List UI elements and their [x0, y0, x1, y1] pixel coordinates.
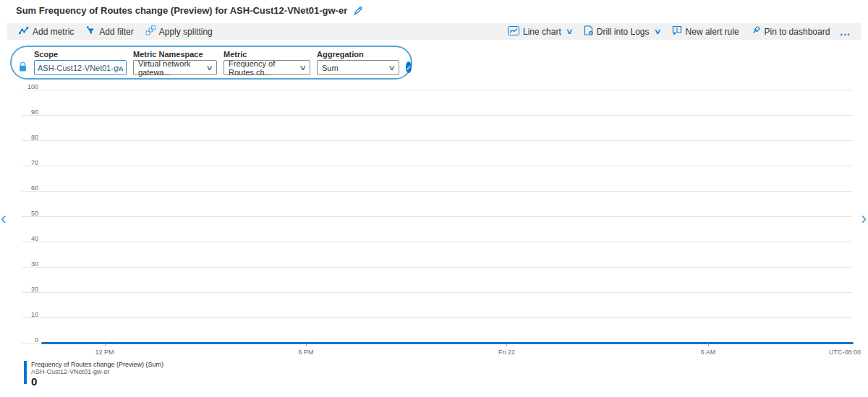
chevron-down-icon: ∨ — [653, 27, 661, 36]
metric-clause: Scope Metric Namespace Virtual network g… — [10, 46, 412, 80]
apply-splitting-button[interactable]: Apply splitting — [140, 23, 218, 40]
timezone-label: UTC-08:00 — [829, 349, 861, 356]
x-axis-label: 6 PM — [299, 349, 314, 356]
metrics-chart: 100908070605040302010012 PM6 PMFri 226 A… — [0, 83, 868, 362]
legend-item[interactable]: Frequency of Routes change (Preview) (Su… — [24, 361, 163, 388]
aggregation-field: Aggregation Sum ∨ — [317, 50, 399, 75]
metric-field: Metric Frequency of Routes ch... ∨ — [224, 50, 310, 75]
line-chart-label: Line chart — [523, 27, 561, 37]
y-axis-label: 60 — [9, 184, 38, 192]
y-gridline — [22, 90, 852, 90]
add-filter-label: Add filter — [99, 27, 133, 37]
y-gridline — [22, 166, 852, 166]
metrics-explorer-page: Sum Frequency of Routes change (Preview)… — [0, 0, 868, 397]
chevron-down-icon: ∨ — [388, 64, 396, 72]
metric-label: Metric — [224, 50, 310, 59]
add-metric-button[interactable]: Add metric — [13, 23, 80, 40]
drill-into-logs-label: Drill into Logs — [597, 27, 650, 37]
apply-splitting-label: Apply splitting — [159, 27, 213, 37]
y-gridline — [22, 242, 852, 242]
legend-texts: Frequency of Routes change (Preview) (Su… — [31, 361, 163, 388]
x-axis-label: Fri 22 — [498, 349, 515, 356]
drill-into-logs-icon — [584, 25, 593, 38]
y-gridline — [22, 292, 852, 293]
drill-into-logs-dropdown[interactable]: Drill into Logs ∨ — [578, 23, 666, 40]
pin-to-dashboard-label: Pin to dashboard — [765, 27, 830, 37]
x-axis-label: 12 PM — [95, 349, 114, 356]
chart-toolbar: Add metric Add filter — [7, 23, 861, 40]
y-axis-label: 10 — [9, 311, 38, 318]
metric-namespace-value: Virtual network gatewa... — [138, 59, 203, 77]
scope-label: Scope — [34, 50, 127, 59]
add-filter-button[interactable]: Add filter — [80, 23, 139, 40]
apply-splitting-icon — [145, 25, 156, 38]
y-axis-label: 20 — [9, 286, 38, 293]
new-alert-rule-icon — [672, 25, 682, 38]
scope-field: Scope — [34, 50, 127, 75]
y-axis-label: 40 — [9, 235, 38, 242]
y-axis-label: 90 — [9, 108, 38, 116]
new-alert-rule-label: New alert rule — [686, 27, 739, 37]
line-chart-icon — [508, 26, 519, 38]
chart-title-row: Sum Frequency of Routes change (Preview)… — [16, 5, 363, 16]
pin-to-dashboard-icon — [751, 25, 761, 38]
y-axis-label: 80 — [9, 134, 38, 141]
y-gridline — [22, 191, 852, 192]
toolbar-left-group: Add metric Add filter — [13, 23, 218, 40]
metric-namespace-label: Metric Namespace — [133, 50, 217, 59]
metric-dropdown[interactable]: Frequency of Routes ch... ∨ — [224, 60, 310, 75]
x-axis-tick — [506, 343, 507, 346]
add-metric-label: Add metric — [33, 27, 74, 37]
metric-namespace-dropdown[interactable]: Virtual network gatewa... ∨ — [133, 60, 217, 75]
chevron-down-icon: ∨ — [205, 64, 213, 72]
add-metric-icon — [19, 26, 29, 38]
add-filter-icon — [85, 25, 95, 38]
more-options-button[interactable]: ... — [835, 26, 855, 38]
clause-valid-check-icon[interactable]: ✓ — [406, 61, 412, 73]
scroll-left-chevron-icon[interactable]: ‹ — [1, 210, 7, 226]
x-axis-label: 6 AM — [701, 349, 716, 356]
y-gridline — [22, 317, 852, 318]
chevron-down-icon: ∨ — [299, 64, 307, 72]
toolbar-right-group: Line chart ∨ Drill into Logs ∨ — [502, 23, 855, 40]
chevron-down-icon: ∨ — [565, 27, 573, 36]
y-axis-label: 30 — [9, 260, 38, 268]
y-axis-label: 0 — [9, 336, 38, 343]
legend-current-value: 0 — [31, 376, 163, 388]
y-axis-label: 50 — [9, 210, 38, 217]
y-gridline — [22, 115, 852, 116]
x-axis-tick — [306, 343, 307, 346]
new-alert-rule-button[interactable]: New alert rule — [666, 23, 745, 40]
y-gridline — [22, 216, 852, 217]
legend-color-bar — [24, 361, 27, 384]
series-line — [41, 342, 854, 344]
x-axis-tick — [708, 343, 709, 346]
line-chart-dropdown[interactable]: Line chart ∨ — [502, 23, 578, 40]
y-axis-label: 100 — [9, 83, 38, 90]
y-gridline — [22, 140, 852, 141]
lock-icon — [18, 61, 27, 72]
y-axis-label: 70 — [9, 159, 38, 166]
scroll-right-chevron-icon[interactable]: › — [861, 210, 867, 226]
scope-input[interactable] — [34, 60, 127, 75]
y-gridline — [22, 267, 852, 268]
metric-namespace-field: Metric Namespace Virtual network gatewa.… — [133, 50, 217, 75]
legend-series-name: Frequency of Routes change (Preview) (Su… — [31, 361, 163, 368]
legend-resource-name: ASH-Cust12-VNet01-gw-er — [31, 368, 163, 375]
metric-value: Frequency of Routes ch... — [229, 59, 296, 77]
aggregation-value: Sum — [322, 64, 339, 72]
pin-to-dashboard-button[interactable]: Pin to dashboard — [745, 23, 836, 40]
edit-title-icon[interactable] — [353, 6, 363, 16]
aggregation-label: Aggregation — [317, 50, 399, 59]
x-axis-tick — [105, 343, 106, 346]
page-title: Sum Frequency of Routes change (Preview)… — [16, 5, 347, 16]
aggregation-dropdown[interactable]: Sum ∨ — [317, 60, 399, 75]
